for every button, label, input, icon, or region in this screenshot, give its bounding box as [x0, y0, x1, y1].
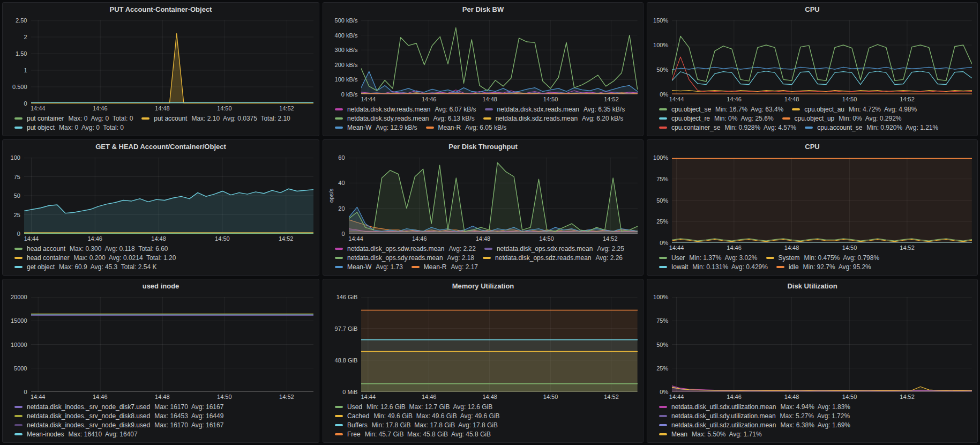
legend-item[interactable]: Mean-RAvg: 2.17: [412, 263, 478, 271]
x-axis-tick: 14:44: [669, 96, 684, 102]
chart-canvas[interactable]: [349, 158, 638, 234]
legend-series-label: head container: [27, 254, 69, 262]
x-axis-tick: 14:46: [422, 394, 437, 400]
panel-title[interactable]: Disk Utilization: [647, 279, 977, 293]
legend-item[interactable]: Mean-WAvg: 12.9 kB/s: [335, 124, 417, 131]
legend-item[interactable]: head accountMax: 0.300 Avg: 0.118 Total:…: [14, 245, 168, 253]
x-axis: 14:4414:4614:4814:5014:52: [24, 234, 313, 243]
legend-item[interactable]: cpu.container_seMin: 0.928% Avg: 4.57%: [659, 124, 796, 131]
legend-series-label: netdata.disk_util.sdz.utilization.mean: [671, 421, 776, 429]
legend-item[interactable]: netdata.disk_inodes._srv_node_disk8.used…: [14, 412, 223, 420]
legend-item[interactable]: idleMin: 92.7% Avg: 95.2%: [776, 263, 871, 271]
panel-title[interactable]: Memory Utilization: [323, 279, 643, 293]
legend-series-label: Used: [347, 403, 362, 411]
y-axis-tick: 1.50: [16, 50, 27, 57]
panel-body: 100%75%50%25%0%14:4414:4614:4814:5014:52…: [647, 153, 977, 275]
legend-item[interactable]: UserMin: 1.37% Avg: 3.02%: [659, 254, 758, 262]
legend-item[interactable]: FreeMin: 45.7 GiB Max: 45.8 GiB Avg: 45.…: [335, 431, 491, 438]
legend-item[interactable]: netdata.disk.sdy.reads.meanAvg: 6.13 kB/…: [335, 115, 475, 122]
legend-item[interactable]: netdata.disk_ops.sdz.reads.meanAvg: 2.26: [483, 254, 623, 262]
legend-item[interactable]: netdata.disk_inodes._srv_node_disk7.used…: [14, 403, 223, 411]
legend-item[interactable]: put objectMax: 0 Avg: 0 Total: 0: [14, 124, 124, 131]
legend-item[interactable]: netdata.disk_util.sdy.utilization.meanMa…: [659, 412, 850, 420]
legend-series-label: Mean-inodes: [27, 431, 64, 438]
legend-item[interactable]: netdata.disk_util.sdz.utilization.meanMa…: [659, 421, 850, 429]
legend-item[interactable]: cpu.account_seMin: 0.920% Avg: 1.21%: [805, 124, 938, 131]
chart-svg: [361, 297, 638, 392]
legend-series-label: Mean-R: [438, 124, 461, 131]
legend-series-label: Free: [347, 431, 361, 438]
y-axis-tick: 100%: [653, 294, 668, 300]
legend-item[interactable]: IowaitMin: 0.131% Avg: 0.429%: [659, 263, 768, 271]
legend: head accountMax: 0.300 Avg: 0.118 Total:…: [7, 243, 313, 273]
chart-series-line: [361, 28, 638, 91]
legend-item[interactable]: netdata.disk_ops.sdy.reads.meanAvg: 2.18: [335, 254, 474, 262]
chart-canvas[interactable]: [31, 297, 314, 392]
panel-title[interactable]: Per Disk Throughput: [323, 140, 643, 153]
chart-canvas[interactable]: [672, 297, 972, 392]
legend-row: netdata.disk_util.sdy.utilization.meanMa…: [659, 411, 971, 420]
legend-item[interactable]: netdata.disk.sdz.reads.meanAvg: 6.20 kB/…: [483, 115, 624, 122]
legend-item[interactable]: MeanMax: 5.50% Avg: 1.71%: [659, 431, 762, 438]
chart-canvas[interactable]: [361, 297, 638, 392]
legend-item[interactable]: netdata.disk_util.sdx.utilization.meanMa…: [659, 403, 850, 411]
legend-item[interactable]: netdata.disk_ops.sdw.reads.meanAvg: 2.22: [335, 245, 476, 253]
x-axis-tick: 14:52: [604, 394, 619, 400]
legend-series-label: cpu.object_re: [671, 115, 710, 122]
legend-item[interactable]: cpu.object_auMin: 4.72% Avg: 4.98%: [792, 106, 917, 113]
legend-series-label: cpu.object_au: [804, 106, 844, 113]
legend-item[interactable]: Mean-RAvg: 6.05 kB/s: [426, 124, 507, 131]
panel-title[interactable]: PUT Account-Container-Object: [3, 3, 319, 16]
legend-item[interactable]: cpu.object_upMin: 0% Avg: 0.292%: [782, 115, 902, 122]
panel-title[interactable]: used inode: [3, 279, 319, 293]
y-axis-tick: 100%: [653, 154, 668, 161]
y-axis-tick: 15000: [11, 317, 27, 324]
legend-series-label: netdata.disk_ops.sdy.reads.mean: [347, 254, 443, 262]
legend-series-stats: Max: 60.9 Avg: 45.3 Total: 2.54 K: [59, 263, 156, 271]
chart-area: 146 GiB97.7 GiB48.8 GiB0 MiB: [327, 297, 638, 392]
legend-series-stats: Avg: 2.25: [597, 245, 624, 253]
legend-series-icon: [485, 108, 493, 110]
legend-row: netdata.disk_inodes._srv_node_disk9.used…: [14, 420, 312, 429]
legend-item[interactable]: get objectMax: 60.9 Avg: 45.3 Total: 2.5…: [14, 263, 156, 271]
legend-item[interactable]: cpu.object_seMin: 16.7% Avg: 63.4%: [659, 106, 783, 113]
chart-canvas[interactable]: [31, 20, 314, 103]
legend-item[interactable]: cpu.object_reMin: 0% Avg: 25.6%: [659, 115, 774, 122]
legend-item[interactable]: CachedMin: 49.6 GiB Max: 49.6 GiB Avg: 4…: [335, 412, 500, 420]
chart-canvas[interactable]: [672, 158, 972, 243]
y-axis-tick: 0: [24, 389, 27, 395]
legend-series-label: cpu.container_se: [671, 124, 720, 131]
legend-item[interactable]: head containerMax: 0.200 Avg: 0.0214 Tot…: [14, 254, 176, 262]
x-axis-tick: 14:46: [412, 235, 427, 242]
y-axis-tick: 60: [338, 154, 345, 161]
panel-title[interactable]: Per Disk BW: [323, 3, 643, 16]
legend-series-stats: Min: 4.72% Avg: 4.98%: [849, 106, 917, 113]
legend-series-icon: [483, 117, 491, 120]
legend-item[interactable]: BuffersMin: 17.8 GiB Max: 17.8 GiB Avg: …: [335, 421, 498, 429]
x-axis: 14:4414:4614:4814:5014:52: [31, 392, 314, 401]
legend-item[interactable]: netdata.disk_ops.sdx.reads.meanAvg: 2.25: [484, 245, 624, 253]
chart-canvas[interactable]: [361, 20, 638, 94]
panel-title[interactable]: CPU: [647, 140, 977, 153]
legend-item[interactable]: UsedMin: 12.6 GiB Max: 12.7 GiB Avg: 12.…: [335, 403, 492, 411]
legend-item[interactable]: Mean-inodesMax: 16410 Avg: 16407: [14, 431, 138, 438]
legend-series-stats: Min: 0% Avg: 0.292%: [839, 115, 901, 122]
chart-canvas[interactable]: [24, 158, 313, 234]
panel-title[interactable]: GET & HEAD Account/Container/Object: [3, 140, 319, 153]
legend-item[interactable]: netdata.disk.sdw.reads.meanAvg: 6.07 kB/…: [335, 106, 476, 113]
chart-canvas[interactable]: [672, 20, 972, 94]
legend-series-stats: Min: 0% Avg: 25.6%: [714, 115, 774, 122]
panel-title[interactable]: CPU: [647, 3, 977, 16]
legend-series-icon: [412, 266, 420, 268]
legend-series-stats: Max: 4.94% Avg: 1.83%: [780, 403, 850, 411]
legend-item[interactable]: put containerMax: 0 Avg: 0 Total: 0: [14, 115, 133, 122]
x-axis-tick: 14:44: [669, 244, 684, 251]
legend-series-icon: [14, 433, 23, 435]
legend-item[interactable]: Mean-WAvg: 1.73: [335, 263, 403, 271]
panel-disk-utilization: Disk Utilization100%75%50%25%0%14:4414:4…: [647, 279, 978, 443]
legend-item[interactable]: netdata.disk_inodes._srv_node_disk9.used…: [14, 421, 223, 429]
legend-item[interactable]: SystemMin: 0.475% Avg: 0.798%: [766, 254, 880, 262]
x-axis-tick: 14:50: [217, 394, 232, 400]
legend-item[interactable]: put accountMax: 2.10 Avg: 0.0375 Total: …: [141, 115, 290, 122]
legend-item[interactable]: netdata.disk.sdx.reads.meanAvg: 6.35 kB/…: [485, 106, 625, 113]
